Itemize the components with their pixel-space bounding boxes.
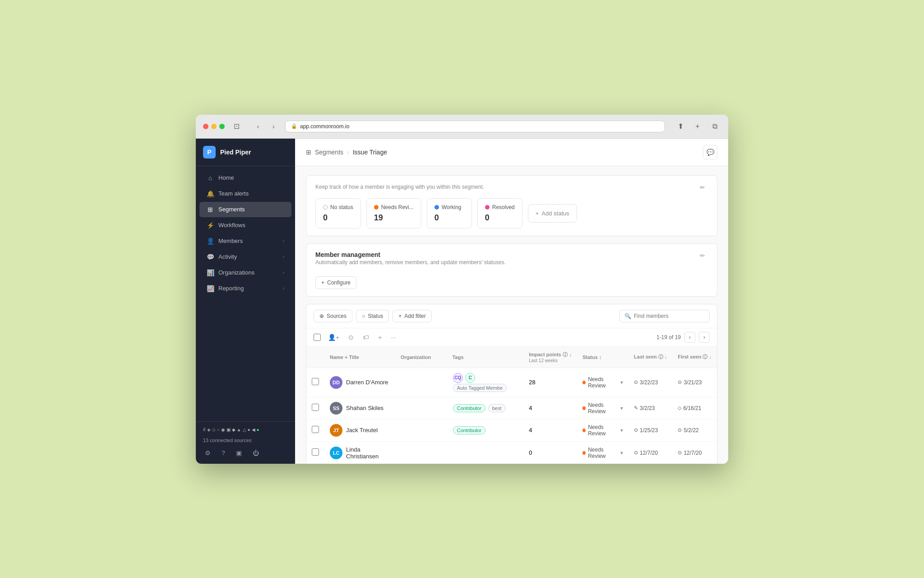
content-area: Keep track of how a member is engaging w… — [295, 166, 728, 464]
minimize-button[interactable] — [211, 124, 217, 129]
reporting-icon: 📈 — [207, 285, 214, 292]
org-cell — [395, 419, 447, 441]
breadcrumb-parent[interactable]: Segments — [315, 149, 343, 156]
power-button[interactable]: ⏻ — [251, 447, 261, 458]
status-label: Needs Review — [588, 376, 618, 389]
resolved-label: Resolved — [492, 204, 515, 210]
tag-cq[interactable]: CQ — [453, 373, 463, 383]
sort-icon-first-seen: ↓ — [709, 354, 711, 359]
label-button[interactable]: 🏷 — [361, 333, 371, 342]
new-tab-button[interactable]: + — [691, 120, 704, 133]
tag-contributor[interactable]: Contributor — [453, 404, 485, 412]
more-actions-button[interactable]: ··· — [389, 333, 398, 342]
member-info: JT Jack Treutel — [330, 424, 390, 437]
status-filter-icon: ○ — [362, 313, 365, 319]
sort-icon-impact: ↓ — [569, 352, 572, 357]
sidebar-item-label-team-alerts: Team alerts — [218, 190, 249, 197]
sidebar-item-workflows[interactable]: ⚡ Workflows — [199, 218, 291, 233]
sidebar-item-reporting[interactable]: 📈 Reporting › — [199, 281, 291, 296]
first-seen-cell: ⊙ 5/2/22 — [678, 427, 711, 434]
add-member-button[interactable]: 👤+ — [326, 333, 341, 342]
impact-label: Impact points ⓘ — [529, 351, 568, 358]
sidebar-item-organizations[interactable]: 📊 Organizations › — [199, 265, 291, 280]
maximize-button[interactable] — [219, 124, 225, 129]
add-filter-button[interactable]: + Add filter — [393, 310, 431, 322]
main-content: ⊞ Segments › Issue Triage 💬 Keep track o… — [295, 139, 728, 464]
forward-button[interactable]: › — [267, 120, 280, 133]
close-button[interactable] — [203, 124, 208, 129]
col-header-status[interactable]: Status ↕ — [577, 347, 628, 368]
share-button[interactable]: ⬆ — [674, 120, 687, 133]
sidebar-item-segments[interactable]: ⊞ Segments — [199, 202, 291, 217]
back-button[interactable]: ‹ — [252, 120, 264, 133]
col-header-first-seen[interactable]: First seen ⓘ ↓ — [672, 347, 717, 368]
member-name[interactable]: Jack Treutel — [346, 427, 378, 434]
tag-c[interactable]: C — [465, 373, 475, 383]
last-seen-date: 1/25/23 — [640, 427, 658, 434]
display-button[interactable]: ▣ — [234, 447, 244, 458]
help-button[interactable]: ? — [220, 447, 227, 458]
breadcrumb-current: Issue Triage — [353, 149, 387, 156]
last-seen-cell: ⊙ 3/22/23 — [634, 379, 667, 386]
row-checkbox[interactable] — [312, 448, 319, 456]
search-input[interactable] — [634, 313, 705, 319]
row-checkbox[interactable] — [312, 404, 319, 411]
sidebar-item-label-reporting: Reporting — [218, 285, 244, 292]
member-search-box[interactable]: 🔍 — [619, 310, 710, 322]
org-logo: P — [203, 146, 216, 158]
chevron-right-icon: › — [283, 238, 284, 243]
tag-contributor[interactable]: Contributor — [453, 426, 485, 434]
first-seen-cell: ⊙ 3/21/23 — [678, 379, 711, 386]
status-dropdown-button[interactable]: ▾ — [620, 379, 623, 386]
resolved-count: 0 — [485, 213, 515, 223]
member-name[interactable]: Shahan Skiles — [346, 405, 383, 411]
sidebar-item-home[interactable]: ⌂ Home — [199, 170, 291, 186]
github-icon-first: ⊙ — [678, 450, 682, 456]
sidebar-item-label-organizations: Organizations — [218, 269, 254, 276]
address-bar[interactable]: 🔒 app.commonroom.io — [285, 121, 665, 132]
status-filter-button[interactable]: ○ Status — [356, 310, 389, 322]
github-icon-last: ⊙ — [634, 379, 638, 385]
sidebar-item-members[interactable]: 👤 Members › — [199, 233, 291, 249]
status-edit-button[interactable]: ✏ — [697, 183, 708, 192]
sources-filter-button[interactable]: ⊕ Sources — [314, 310, 352, 322]
tags-cell — [447, 441, 523, 464]
no-status-label: No status — [330, 204, 353, 210]
tag-best[interactable]: best — [488, 404, 506, 412]
status-dropdown-button[interactable]: ▾ — [620, 450, 623, 456]
sidebar-toggle-button[interactable]: ⊡ — [230, 120, 243, 133]
add-status-button[interactable]: + Add status — [528, 204, 577, 223]
status-dot — [582, 381, 586, 384]
search-icon: 🔍 — [624, 313, 631, 319]
configure-button[interactable]: + Configure — [315, 276, 356, 289]
tags-cell: Contributor — [447, 419, 523, 441]
member-mgmt-description: Automatically add members, remove member… — [315, 259, 506, 266]
org-name: Pied Piper — [220, 149, 251, 156]
tag-auto[interactable]: Auto Tagged Membe — [453, 384, 507, 392]
tabs-button[interactable]: ⧉ — [708, 120, 721, 133]
lightning-icon: ⚡ — [207, 222, 214, 229]
chat-button[interactable]: 💬 — [703, 145, 717, 159]
tag-button[interactable]: ⊙ — [346, 333, 356, 342]
add-to-segment-button[interactable]: + — [376, 333, 383, 342]
member-mgmt-edit-button[interactable]: ✏ — [697, 251, 708, 260]
row-checkbox[interactable] — [312, 426, 319, 433]
prev-page-button[interactable]: ‹ — [684, 332, 695, 343]
avatar: DD — [330, 376, 342, 389]
member-name[interactable]: Linda Christiansen — [346, 446, 390, 460]
status-dropdown-button[interactable]: ▾ — [620, 427, 623, 434]
settings-button[interactable]: ⚙ — [203, 447, 213, 458]
select-all-checkbox[interactable] — [314, 334, 321, 341]
next-page-button[interactable]: › — [699, 332, 710, 343]
row-checkbox[interactable] — [312, 378, 319, 385]
col-header-last-seen[interactable]: Last seen ⓘ ↓ — [628, 347, 672, 368]
sidebar-item-activity[interactable]: 💬 Activity › — [199, 249, 291, 265]
col-header-impact[interactable]: Impact points ⓘ ↓ Last 12 weeks — [523, 347, 577, 368]
status-label: Needs Review — [588, 402, 618, 415]
status-dropdown-button[interactable]: ▾ — [620, 405, 623, 411]
sidebar-footer: # ◈ ◇ ○ ◉ ▣ ◆ ▲ △ ● ◀ ● 13 connected sou — [196, 421, 295, 464]
status-card-no-status: No status 0 — [315, 198, 361, 228]
sort-icon-status: ↕ — [599, 354, 602, 360]
member-name[interactable]: Darren D'Amore — [346, 379, 388, 386]
sidebar-item-team-alerts[interactable]: 🔔 Team alerts — [199, 186, 291, 201]
